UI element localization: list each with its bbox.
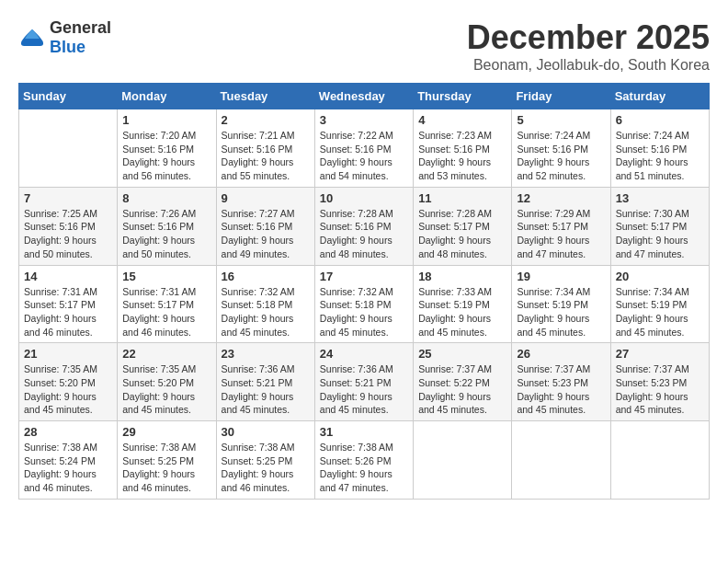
- day-info: Sunrise: 7:21 AMSunset: 5:16 PMDaylight:…: [222, 129, 310, 183]
- day-info: Sunrise: 7:24 AMSunset: 5:16 PMDaylight:…: [517, 129, 605, 183]
- day-number: 28: [24, 425, 112, 439]
- day-info: Sunrise: 7:37 AMSunset: 5:23 PMDaylight:…: [616, 362, 704, 417]
- location-title: Beonam, Jeollabuk-do, South Korea: [467, 57, 710, 74]
- header-thursday: Thursday: [414, 84, 512, 109]
- calendar-cell: 29Sunrise: 7:38 AMSunset: 5:25 PMDayligh…: [118, 421, 216, 500]
- calendar-cell: 30Sunrise: 7:38 AMSunset: 5:25 PMDayligh…: [216, 421, 314, 500]
- day-info: Sunrise: 7:35 AMSunset: 5:20 PMDaylight:…: [122, 362, 210, 417]
- day-info: Sunrise: 7:38 AMSunset: 5:26 PMDaylight:…: [320, 441, 408, 495]
- calendar-cell: 8Sunrise: 7:26 AMSunset: 5:16 PMDaylight…: [118, 187, 216, 265]
- calendar-cell: [414, 421, 512, 500]
- day-info: Sunrise: 7:28 AMSunset: 5:16 PMDaylight:…: [320, 207, 408, 261]
- day-info: Sunrise: 7:38 AMSunset: 5:25 PMDaylight:…: [122, 441, 210, 495]
- calendar-cell: 24Sunrise: 7:36 AMSunset: 5:21 PMDayligh…: [314, 343, 413, 421]
- day-number: 30: [222, 425, 310, 439]
- day-number: 7: [24, 191, 112, 205]
- calendar-cell: 28Sunrise: 7:38 AMSunset: 5:24 PMDayligh…: [19, 421, 118, 500]
- day-info: Sunrise: 7:31 AMSunset: 5:17 PMDaylight:…: [24, 285, 112, 339]
- day-info: Sunrise: 7:37 AMSunset: 5:23 PMDaylight:…: [517, 362, 605, 417]
- day-info: Sunrise: 7:32 AMSunset: 5:18 PMDaylight:…: [222, 285, 310, 339]
- day-number: 12: [517, 191, 605, 205]
- header-saturday: Saturday: [610, 84, 709, 109]
- day-number: 25: [418, 347, 506, 361]
- day-info: Sunrise: 7:37 AMSunset: 5:22 PMDaylight:…: [418, 362, 506, 417]
- day-number: 23: [222, 347, 310, 361]
- week-row-2: 7Sunrise: 7:25 AMSunset: 5:16 PMDaylight…: [19, 187, 710, 265]
- day-number: 15: [122, 270, 210, 283]
- logo: General Blue: [18, 18, 111, 57]
- title-area: December 2025 Beonam, Jeollabuk-do, Sout…: [467, 18, 710, 74]
- calendar-cell: 2Sunrise: 7:21 AMSunset: 5:16 PMDaylight…: [216, 109, 314, 188]
- week-row-1: 1Sunrise: 7:20 AMSunset: 5:16 PMDaylight…: [19, 109, 710, 188]
- week-row-4: 21Sunrise: 7:35 AMSunset: 5:20 PMDayligh…: [19, 343, 710, 421]
- day-info: Sunrise: 7:36 AMSunset: 5:21 PMDaylight:…: [320, 362, 408, 417]
- calendar-cell: 14Sunrise: 7:31 AMSunset: 5:17 PMDayligh…: [19, 265, 118, 343]
- day-info: Sunrise: 7:29 AMSunset: 5:17 PMDaylight:…: [517, 207, 605, 261]
- day-info: Sunrise: 7:27 AMSunset: 5:16 PMDaylight:…: [222, 207, 310, 261]
- calendar-cell: 21Sunrise: 7:35 AMSunset: 5:20 PMDayligh…: [19, 343, 118, 421]
- calendar-cell: 11Sunrise: 7:28 AMSunset: 5:17 PMDayligh…: [414, 187, 512, 265]
- calendar-cell: 9Sunrise: 7:27 AMSunset: 5:16 PMDaylight…: [216, 187, 314, 265]
- calendar-cell: 16Sunrise: 7:32 AMSunset: 5:18 PMDayligh…: [216, 265, 314, 343]
- day-number: 21: [24, 347, 112, 361]
- logo-general: General: [50, 18, 111, 37]
- day-number: 8: [122, 191, 210, 205]
- day-info: Sunrise: 7:30 AMSunset: 5:17 PMDaylight:…: [616, 207, 704, 261]
- day-number: 6: [616, 113, 704, 127]
- day-number: 20: [616, 270, 704, 283]
- calendar-cell: 5Sunrise: 7:24 AMSunset: 5:16 PMDaylight…: [512, 109, 610, 188]
- day-info: Sunrise: 7:24 AMSunset: 5:16 PMDaylight:…: [616, 129, 704, 183]
- day-number: 5: [517, 113, 605, 127]
- calendar-cell: 22Sunrise: 7:35 AMSunset: 5:20 PMDayligh…: [118, 343, 216, 421]
- day-info: Sunrise: 7:33 AMSunset: 5:19 PMDaylight:…: [418, 285, 506, 339]
- day-number: 16: [222, 270, 310, 283]
- calendar-cell: 13Sunrise: 7:30 AMSunset: 5:17 PMDayligh…: [610, 187, 709, 265]
- day-info: Sunrise: 7:20 AMSunset: 5:16 PMDaylight:…: [122, 129, 210, 183]
- day-info: Sunrise: 7:34 AMSunset: 5:19 PMDaylight:…: [616, 285, 704, 339]
- calendar-cell: 27Sunrise: 7:37 AMSunset: 5:23 PMDayligh…: [610, 343, 709, 421]
- day-number: 13: [616, 191, 704, 205]
- calendar-cell: [19, 109, 118, 188]
- calendar-cell: 10Sunrise: 7:28 AMSunset: 5:16 PMDayligh…: [314, 187, 413, 265]
- page-header: General Blue December 2025 Beonam, Jeoll…: [18, 18, 710, 74]
- day-info: Sunrise: 7:35 AMSunset: 5:20 PMDaylight:…: [24, 362, 112, 417]
- calendar-cell: 26Sunrise: 7:37 AMSunset: 5:23 PMDayligh…: [512, 343, 610, 421]
- calendar-cell: 17Sunrise: 7:32 AMSunset: 5:18 PMDayligh…: [314, 265, 413, 343]
- day-number: 22: [122, 347, 210, 361]
- calendar-cell: 15Sunrise: 7:31 AMSunset: 5:17 PMDayligh…: [118, 265, 216, 343]
- day-number: 10: [320, 191, 408, 205]
- weekday-header-row: SundayMondayTuesdayWednesdayThursdayFrid…: [19, 84, 710, 109]
- day-info: Sunrise: 7:25 AMSunset: 5:16 PMDaylight:…: [24, 207, 112, 261]
- logo-blue: Blue: [50, 38, 85, 56]
- calendar-cell: 7Sunrise: 7:25 AMSunset: 5:16 PMDaylight…: [19, 187, 118, 265]
- logo-icon: [18, 28, 46, 48]
- header-sunday: Sunday: [19, 84, 118, 109]
- calendar-cell: 6Sunrise: 7:24 AMSunset: 5:16 PMDaylight…: [610, 109, 709, 188]
- day-info: Sunrise: 7:38 AMSunset: 5:25 PMDaylight:…: [222, 441, 310, 495]
- day-number: 19: [517, 270, 605, 283]
- header-wednesday: Wednesday: [314, 84, 413, 109]
- calendar-cell: 1Sunrise: 7:20 AMSunset: 5:16 PMDaylight…: [118, 109, 216, 188]
- logo-text: General Blue: [50, 18, 111, 57]
- calendar-cell: 19Sunrise: 7:34 AMSunset: 5:19 PMDayligh…: [512, 265, 610, 343]
- day-number: 26: [517, 347, 605, 361]
- calendar-cell: 18Sunrise: 7:33 AMSunset: 5:19 PMDayligh…: [414, 265, 512, 343]
- calendar-cell: [610, 421, 709, 500]
- day-number: 3: [320, 113, 408, 127]
- day-info: Sunrise: 7:28 AMSunset: 5:17 PMDaylight:…: [418, 207, 506, 261]
- day-number: 1: [122, 113, 210, 127]
- day-info: Sunrise: 7:23 AMSunset: 5:16 PMDaylight:…: [418, 129, 506, 183]
- calendar-cell: 12Sunrise: 7:29 AMSunset: 5:17 PMDayligh…: [512, 187, 610, 265]
- calendar-cell: [512, 421, 610, 500]
- day-info: Sunrise: 7:38 AMSunset: 5:24 PMDaylight:…: [24, 441, 112, 495]
- day-number: 27: [616, 347, 704, 361]
- day-number: 31: [320, 425, 408, 439]
- day-number: 17: [320, 270, 408, 283]
- header-monday: Monday: [118, 84, 216, 109]
- header-friday: Friday: [512, 84, 610, 109]
- calendar-cell: 25Sunrise: 7:37 AMSunset: 5:22 PMDayligh…: [414, 343, 512, 421]
- day-number: 4: [418, 113, 506, 127]
- month-title: December 2025: [467, 18, 710, 57]
- day-number: 18: [418, 270, 506, 283]
- calendar-cell: 20Sunrise: 7:34 AMSunset: 5:19 PMDayligh…: [610, 265, 709, 343]
